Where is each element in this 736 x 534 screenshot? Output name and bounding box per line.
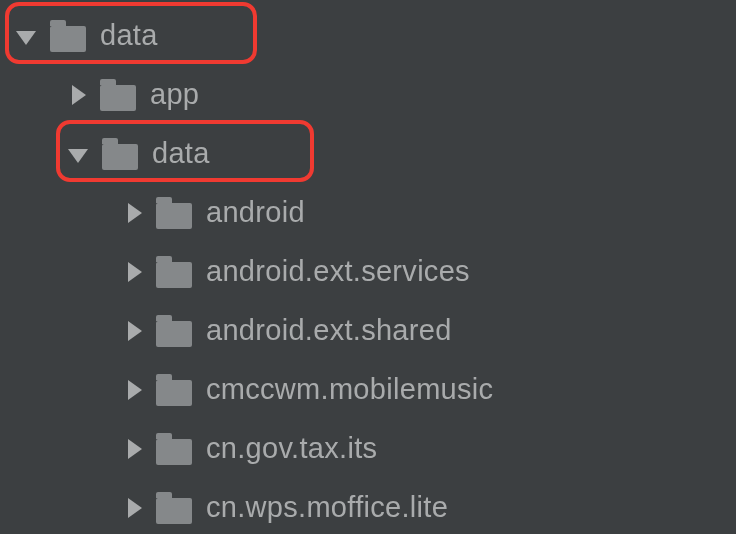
chevron-right-icon[interactable] — [128, 498, 142, 518]
folder-icon — [102, 144, 138, 170]
tree-row-data-child[interactable]: data — [0, 124, 736, 183]
tree-row-cn-wps-moffice-lite[interactable]: cn.wps.moffice.lite — [0, 478, 736, 534]
chevron-right-icon[interactable] — [128, 439, 142, 459]
folder-icon — [156, 439, 192, 465]
folder-label: android.ext.shared — [206, 314, 452, 347]
folder-icon — [156, 321, 192, 347]
tree-row-cn-gov-tax-its[interactable]: cn.gov.tax.its — [0, 419, 736, 478]
folder-icon — [156, 498, 192, 524]
folder-tree: data app data android android.ext.servic… — [0, 6, 736, 534]
folder-icon — [156, 262, 192, 288]
chevron-down-icon[interactable] — [68, 149, 88, 163]
chevron-right-icon[interactable] — [128, 321, 142, 341]
tree-row-android-ext-services[interactable]: android.ext.services — [0, 242, 736, 301]
tree-row-cmccwm-mobilemusic[interactable]: cmccwm.mobilemusic — [0, 360, 736, 419]
chevron-right-icon[interactable] — [128, 380, 142, 400]
folder-icon — [156, 380, 192, 406]
folder-icon — [50, 26, 86, 52]
folder-label: data — [100, 19, 158, 52]
folder-label: android — [206, 196, 305, 229]
tree-row-android[interactable]: android — [0, 183, 736, 242]
chevron-down-icon[interactable] — [16, 31, 36, 45]
folder-label: cmccwm.mobilemusic — [206, 373, 493, 406]
chevron-right-icon[interactable] — [128, 203, 142, 223]
tree-row-android-ext-shared[interactable]: android.ext.shared — [0, 301, 736, 360]
chevron-right-icon[interactable] — [72, 85, 86, 105]
folder-icon — [156, 203, 192, 229]
folder-label: android.ext.services — [206, 255, 470, 288]
folder-label: cn.gov.tax.its — [206, 432, 377, 465]
tree-row-data-root[interactable]: data — [0, 6, 736, 65]
tree-row-app[interactable]: app — [0, 65, 736, 124]
folder-label: app — [150, 78, 199, 111]
chevron-right-icon[interactable] — [128, 262, 142, 282]
folder-icon — [100, 85, 136, 111]
folder-label: cn.wps.moffice.lite — [206, 491, 448, 524]
folder-label: data — [152, 137, 210, 170]
